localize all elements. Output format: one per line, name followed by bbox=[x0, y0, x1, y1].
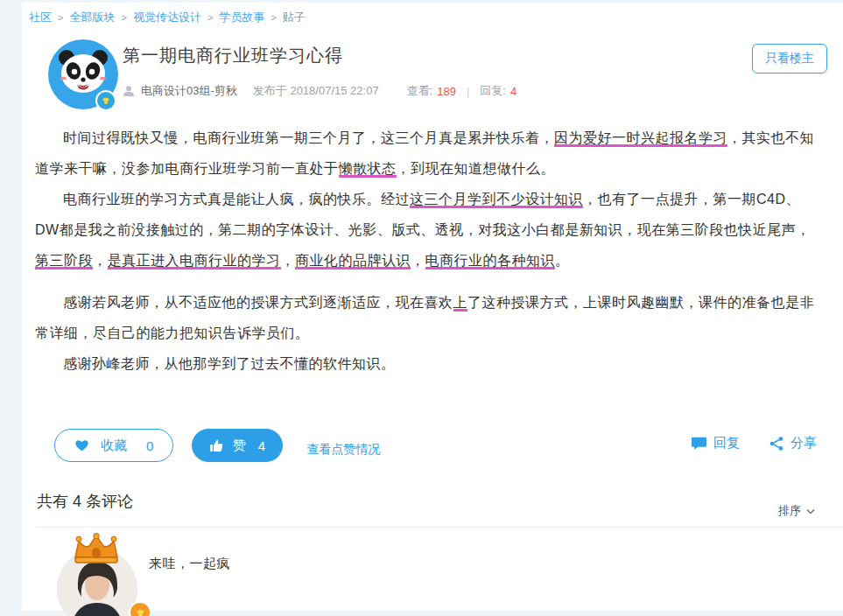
paragraph-text: 。 bbox=[555, 253, 570, 268]
post-author[interactable]: 电商设计03组-剪秋 bbox=[141, 83, 237, 99]
crown-icon bbox=[69, 533, 123, 566]
post-actions: 收藏 0 赞 4 查看点赞情况 回复 bbox=[54, 429, 825, 464]
replies-count: 4 bbox=[510, 85, 516, 98]
highlighted-text: 上 bbox=[453, 295, 468, 312]
post-body: 时间过得既快又慢，电商行业班第一期三个月了，这三个月真是累并快乐着，因为爱好一时… bbox=[35, 122, 822, 379]
post-paragraph: 时间过得既快又慢，电商行业班第一期三个月了，这三个月真是累并快乐着，因为爱好一时… bbox=[35, 122, 822, 184]
like-button[interactable]: 赞 4 bbox=[192, 429, 283, 462]
comment-text: 来哇，一起疯 bbox=[149, 556, 230, 572]
post-paragraph: 感谢孙峰老师，从他那学到了过去不懂的软件知识。 bbox=[35, 348, 822, 379]
paragraph-text: 感谢若风老师，从不适应他的授课方式到逐渐适应，现在喜欢 bbox=[63, 295, 453, 310]
highlighted-text: 是真正进入电商行业的学习 bbox=[108, 253, 281, 270]
share-button[interactable]: 分享 bbox=[769, 435, 817, 452]
meta-divider: | bbox=[467, 85, 469, 98]
author-avatar[interactable] bbox=[48, 39, 118, 109]
paragraph-text: ， bbox=[411, 253, 425, 268]
sort-dropdown[interactable]: 排序 bbox=[778, 503, 815, 519]
replies-label: 回复: bbox=[480, 83, 506, 99]
only-poster-button[interactable]: 只看楼主 bbox=[752, 44, 827, 74]
breadcrumb-separator: > bbox=[121, 12, 126, 23]
highlighted-text: 这三个月学到不少设计知识 bbox=[410, 192, 583, 208]
post-published-time: 发布于 2018/07/15 22:07 bbox=[253, 83, 379, 99]
highlighted-text: 因为爱好一时兴起报名学习 bbox=[554, 130, 727, 147]
comment-avatar[interactable] bbox=[57, 549, 137, 616]
favorite-button[interactable]: 收藏 0 bbox=[54, 429, 173, 462]
sort-label: 排序 bbox=[778, 503, 801, 519]
views-label: 查看: bbox=[407, 83, 433, 99]
thumbs-up-icon bbox=[209, 438, 224, 453]
post-meta: 电商设计03组-剪秋 发布于 2018/07/15 22:07 查看: 189 … bbox=[123, 83, 516, 99]
favorite-label: 收藏 bbox=[101, 438, 127, 454]
post-paragraph: 感谢若风老师，从不适应他的授课方式到逐渐适应，现在喜欢上了这种授课方式，上课时风… bbox=[35, 287, 822, 348]
breadcrumb-link-community[interactable]: 社区 bbox=[29, 10, 52, 25]
favorite-count: 0 bbox=[146, 438, 153, 453]
comments-count: 共有 4 条评论 bbox=[37, 491, 133, 512]
breadcrumb-separator: > bbox=[270, 12, 276, 23]
share-icon bbox=[769, 436, 784, 452]
comments-divider bbox=[36, 527, 843, 528]
right-actions: 回复 分享 bbox=[691, 435, 817, 452]
commenter-badge bbox=[129, 601, 151, 616]
breadcrumb-link-all-forums[interactable]: 全部版块 bbox=[69, 10, 115, 25]
paragraph-text: ， bbox=[93, 253, 108, 268]
like-label: 赞 bbox=[233, 438, 246, 454]
like-count: 4 bbox=[258, 438, 265, 453]
post-card: 社区 > 全部版块 > 视觉传达设计 > 学员故事 > 贴子 bbox=[22, 3, 843, 611]
tshirt-icon bbox=[134, 606, 147, 616]
paragraph-text: ， bbox=[281, 253, 296, 268]
post-paragraph: 电商行业班的学习方式真是能让人疯，疯的快乐。经过这三个月学到不少设计知识，也有了… bbox=[35, 184, 822, 276]
paragraph-text: 感谢孙峰老师，从他那学到了过去不懂的软件知识。 bbox=[63, 356, 396, 371]
highlighted-text: 懒散状态 bbox=[339, 161, 397, 178]
paragraph-text: ，到现在知道想做什么。 bbox=[397, 161, 556, 176]
post-title: 第一期电商行业班学习心得 bbox=[123, 44, 343, 67]
breadcrumb: 社区 > 全部版块 > 视觉传达设计 > 学员故事 > 贴子 bbox=[29, 10, 306, 25]
person-icon bbox=[123, 85, 135, 97]
highlighted-text: 第三阶段 bbox=[35, 253, 93, 270]
share-label: 分享 bbox=[790, 435, 817, 452]
tshirt-icon bbox=[100, 94, 112, 107]
author-badge bbox=[95, 90, 116, 111]
breadcrumb-separator: > bbox=[207, 12, 213, 23]
view-likes-link[interactable]: 查看点赞情况 bbox=[307, 433, 381, 458]
breadcrumb-link-student-stories[interactable]: 学员故事 bbox=[219, 10, 264, 25]
reply-button[interactable]: 回复 bbox=[691, 435, 740, 452]
breadcrumb-current-post: 贴子 bbox=[283, 10, 306, 25]
chevron-down-icon bbox=[806, 508, 815, 514]
paragraph-text: 时间过得既快又慢，电商行业班第一期三个月了，这三个月真是累并快乐着， bbox=[63, 130, 554, 145]
reply-label: 回复 bbox=[713, 435, 740, 452]
speech-bubble-icon bbox=[691, 435, 707, 452]
views-count: 189 bbox=[437, 85, 456, 98]
breadcrumb-link-visual-design[interactable]: 视觉传达设计 bbox=[133, 10, 201, 25]
paragraph-text: 电商行业班的学习方式真是能让人疯，疯的快乐。经过 bbox=[63, 192, 410, 206]
heart-icon bbox=[74, 438, 89, 453]
highlighted-text: 电商行业的各种知识 bbox=[425, 253, 556, 270]
breadcrumb-separator: > bbox=[58, 12, 63, 23]
highlighted-text: 商业化的品牌认识 bbox=[295, 253, 411, 270]
